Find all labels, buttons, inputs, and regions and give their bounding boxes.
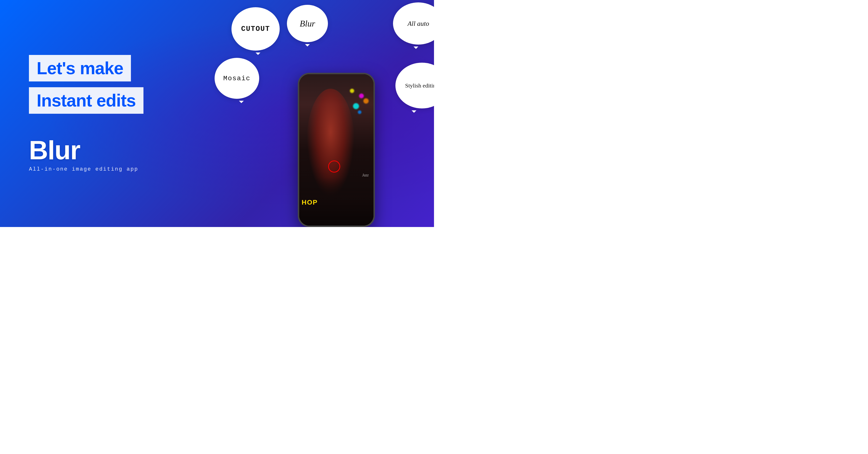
allauto-label: All auto [407, 20, 429, 28]
bokeh-dot-1 [359, 94, 364, 98]
bokeh-dot-3 [350, 89, 354, 93]
mosaic-label: Mosaic [223, 75, 250, 82]
phone-screen: HOP Jazz [299, 74, 373, 226]
blur-label: Blur [300, 19, 315, 29]
cutout-label: CUTOUT [241, 25, 270, 33]
stylish-label: Stylish editing [405, 83, 434, 89]
brand-section: Blur All-in-one image editing app [29, 137, 219, 172]
allauto-bubble: All auto [393, 2, 434, 44]
headline-line2: Instant edits [37, 91, 136, 110]
headline-box-1: Let's make [29, 55, 131, 82]
bokeh-dot-5 [358, 110, 362, 114]
stylish-bubble: Stylish editing [396, 63, 434, 108]
jazz-text: Jazz [362, 173, 369, 177]
headline-group: Let's make Instant edits [29, 55, 219, 115]
blur-bubble: Blur [287, 5, 328, 42]
left-section: Let's make Instant edits Blur All-in-one… [0, 36, 239, 192]
selection-circle [328, 161, 340, 172]
cutout-bubble: CUTOUT [231, 7, 280, 51]
right-section: CUTOUT Blur All auto Mosaic Stylish edit… [239, 0, 434, 227]
bokeh-dot-4 [363, 98, 369, 104]
brand-name: Blur [29, 137, 219, 163]
headline-box-2: Instant edits [29, 87, 144, 114]
brand-tagline: All-in-one image editing app [29, 166, 219, 172]
bokeh-dot-2 [353, 103, 359, 109]
phone-mockup: HOP Jazz [298, 73, 375, 227]
main-banner: Let's make Instant edits Blur All-in-one… [0, 0, 434, 227]
mosaic-bubble: Mosaic [215, 58, 259, 99]
hop-text: HOP [302, 199, 318, 206]
headline-line1: Let's make [37, 59, 123, 78]
